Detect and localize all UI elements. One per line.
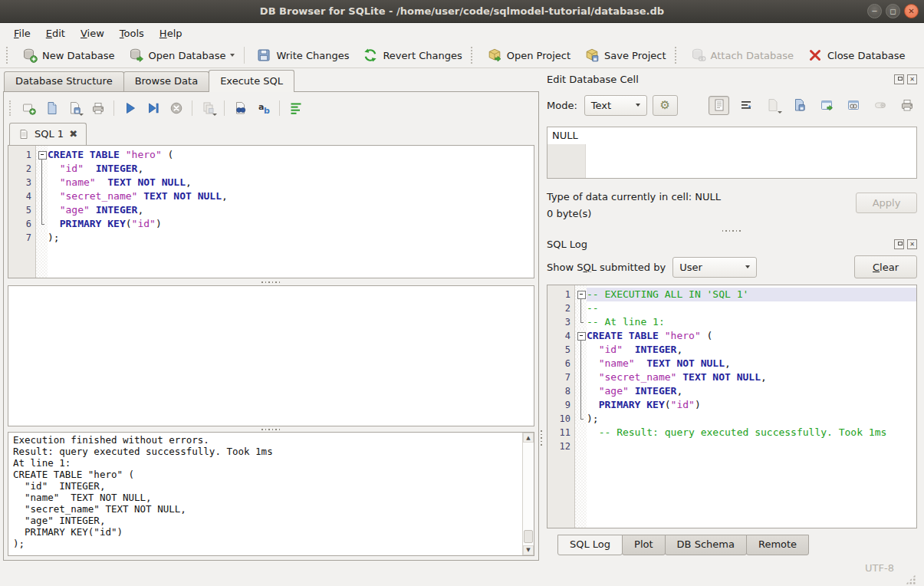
- sql-log-editor[interactable]: 123456789101112 -- EXECUTING ALL IN 'SQL…: [547, 285, 917, 528]
- find-button[interactable]: [231, 98, 250, 117]
- auto-mode-button[interactable]: ⚙: [653, 95, 678, 116]
- import-cell-button[interactable]: [762, 96, 783, 115]
- menu-help[interactable]: Help: [152, 25, 190, 41]
- dock-float-icon[interactable]: [894, 74, 904, 84]
- sql-log-gutter: 123456789101112: [547, 285, 575, 528]
- open-project-button[interactable]: Open Project: [480, 45, 577, 65]
- results-scrollbar[interactable]: ▲ ▼: [522, 433, 534, 555]
- save-dropdown-caret: [79, 114, 84, 116]
- log-source-value: User: [679, 262, 702, 273]
- resize-grip-icon[interactable]: [906, 574, 916, 584]
- cell-editor-gutter: [547, 144, 586, 178]
- save-sql-file-button[interactable]: [65, 98, 84, 117]
- scroll-down-icon[interactable]: ▼: [523, 545, 534, 555]
- sql-file-tab-label: SQL 1: [35, 128, 64, 140]
- dock-close-icon[interactable]: ✕: [907, 74, 917, 84]
- open-in-app-button[interactable]: [816, 96, 837, 115]
- save-project-label: Save Project: [604, 50, 666, 61]
- stop-execution-button[interactable]: [166, 98, 186, 117]
- find-replace-button[interactable]: ab: [254, 98, 273, 117]
- results-log-splitter[interactable]: [8, 426, 534, 432]
- scrollbar-track[interactable]: [523, 443, 534, 545]
- tab-execute-sql[interactable]: Execute SQL: [209, 70, 294, 92]
- format-sql-button[interactable]: [286, 98, 305, 117]
- menu-view[interactable]: View: [73, 25, 112, 41]
- window-title: DB Browser for SQLite - /home/user/code/…: [260, 5, 664, 17]
- tab-db-schema[interactable]: DB Schema: [665, 535, 747, 555]
- cell-log-splitter[interactable]: [547, 226, 917, 236]
- text-mode-button[interactable]: [709, 96, 729, 115]
- dock-close-icon[interactable]: ✕: [907, 239, 917, 249]
- mode-select[interactable]: Text: [584, 95, 647, 116]
- apply-button[interactable]: Apply: [856, 193, 917, 213]
- scroll-up-icon[interactable]: ▲: [523, 433, 534, 443]
- log-source-select[interactable]: User: [672, 257, 757, 278]
- text-document-icon: [712, 98, 726, 112]
- sql-tab-close-icon[interactable]: ✖: [69, 129, 77, 139]
- menu-edit[interactable]: Edit: [38, 25, 73, 41]
- save-file-icon: [68, 101, 82, 115]
- toolbar-separator: [192, 100, 192, 116]
- sql-editor[interactable]: 1234567 CREATE TABLE "hero" ( "id" INTEG…: [8, 145, 534, 279]
- export-cell-button[interactable]: [789, 96, 810, 115]
- toolbar-drag-handle[interactable]: [9, 100, 12, 116]
- sql-file-tab-bar: SQL 1 ✖: [8, 122, 534, 145]
- dock-float-icon[interactable]: [894, 239, 904, 249]
- new-sql-tab-button[interactable]: [19, 98, 38, 117]
- cell-editor-toolbar: [709, 96, 917, 115]
- toolbar-drag-handle[interactable]: [675, 47, 679, 64]
- clear-log-button[interactable]: Clear: [854, 255, 917, 278]
- cell-value-editor[interactable]: NULL: [547, 127, 917, 179]
- bottom-tab-bar: SQL Log Plot DB Schema Remote: [547, 535, 917, 555]
- menu-tools[interactable]: Tools: [112, 25, 152, 41]
- save-project-button[interactable]: Save Project: [577, 45, 673, 65]
- tab-sql-log[interactable]: SQL Log: [557, 535, 623, 555]
- tab-plot[interactable]: Plot: [622, 535, 666, 555]
- toolbar-drag-handle[interactable]: [471, 47, 475, 64]
- query-results-grid[interactable]: [8, 285, 534, 426]
- word-wrap-button[interactable]: [735, 96, 756, 115]
- minimize-icon[interactable]: −: [867, 4, 882, 18]
- cell-mode-row: Mode: Text ⚙: [547, 94, 917, 116]
- execute-sql-panel: ab SQL 1 ✖ 1234567 CREATE TABLE "hero" (…: [3, 91, 539, 561]
- revert-changes-button[interactable]: Revert Changes: [356, 45, 469, 65]
- chevron-down-icon: [636, 104, 640, 107]
- maximize-icon[interactable]: ◻: [886, 4, 900, 18]
- attach-database-button[interactable]: Attach Database: [684, 45, 801, 65]
- tab-database-structure[interactable]: Database Structure: [4, 71, 124, 91]
- open-project-icon: [487, 48, 502, 63]
- sql-file-tab[interactable]: SQL 1 ✖: [9, 123, 87, 145]
- set-null-button[interactable]: [870, 96, 890, 115]
- tab-remote[interactable]: Remote: [746, 535, 809, 555]
- copy-link-button[interactable]: [843, 96, 863, 115]
- open-database-button[interactable]: Open Database: [122, 45, 233, 65]
- save-results-caret: [212, 114, 217, 116]
- edit-cell-dock-header: Edit Database Cell ✕: [547, 71, 917, 87]
- scrollbar-thumb[interactable]: [524, 530, 533, 543]
- close-icon[interactable]: ✕: [904, 4, 919, 18]
- open-database-dropdown-caret[interactable]: [230, 54, 235, 57]
- write-changes-button[interactable]: Write Changes: [249, 45, 356, 65]
- execute-line-button[interactable]: [143, 98, 163, 117]
- editor-results-splitter[interactable]: [8, 278, 534, 285]
- panes-splitter[interactable]: [540, 68, 543, 586]
- execution-status-text[interactable]: Execution finished without errors. Resul…: [8, 433, 522, 555]
- edit-cell-title: Edit Database Cell: [547, 74, 639, 85]
- menu-file[interactable]: File: [6, 25, 38, 41]
- toolbar-drag-handle[interactable]: [6, 47, 10, 64]
- write-changes-label: Write Changes: [276, 50, 349, 61]
- print-cell-button[interactable]: [896, 96, 917, 115]
- new-database-button[interactable]: New Database: [15, 45, 122, 65]
- sql-editor-gutter: 1234567: [8, 146, 36, 278]
- sql-editor-toolbar: ab: [8, 96, 534, 120]
- write-changes-icon: [256, 48, 271, 63]
- encoding-indicator[interactable]: UTF-8: [865, 562, 894, 574]
- close-database-button[interactable]: Close Database: [801, 45, 912, 65]
- sql-log-filter-row: Show SQL submitted by User Clear: [547, 255, 917, 278]
- tab-browse-data[interactable]: Browse Data: [123, 71, 210, 91]
- right-pane: Edit Database Cell ✕ Mode: Text ⚙: [543, 68, 924, 586]
- execute-all-button[interactable]: [120, 98, 140, 117]
- save-results-button[interactable]: [199, 98, 218, 117]
- print-sql-button[interactable]: [88, 98, 107, 117]
- open-sql-file-button[interactable]: [42, 98, 61, 117]
